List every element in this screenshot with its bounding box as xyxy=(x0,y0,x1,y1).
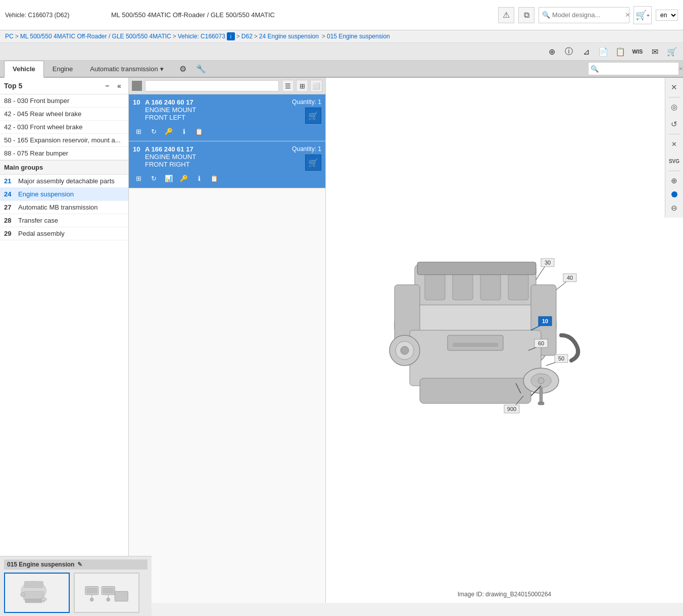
part1-pos: 10 xyxy=(133,98,145,106)
rt-zoom-in-btn[interactable]: ⊕ xyxy=(667,173,682,188)
clear-search-icon[interactable]: ✕ xyxy=(625,11,630,19)
part2-doc-icon[interactable]: 📋 xyxy=(209,173,220,184)
nav-search-box[interactable]: 🔍 ✕ xyxy=(588,62,679,75)
rt-close-btn[interactable]: ✕ xyxy=(667,80,682,95)
breadcrumb-engine-suspension[interactable]: 24 Engine suspension xyxy=(259,33,319,40)
part1-add-to-cart[interactable]: 🛒 xyxy=(305,108,321,124)
rt-cross-btn[interactable]: ✕ xyxy=(667,136,682,151)
rt-zoom-out-btn[interactable]: ⊖ xyxy=(667,200,682,216)
label-30: 30 xyxy=(544,260,550,266)
top5-item-3[interactable]: 42 - 030 Front wheel brake xyxy=(0,121,128,134)
svg-point-13 xyxy=(401,346,409,354)
top-search-input[interactable] xyxy=(552,11,623,19)
top-bar: Vehicle: C166073 (D62) ML 500/550 4MATIC… xyxy=(0,0,683,30)
bottom-panel: 015 Engine suspension ✎ xyxy=(0,556,152,616)
nav-icon-settings[interactable]: ⚙ xyxy=(175,61,190,76)
label-60: 60 xyxy=(538,340,544,346)
part2-add-to-cart[interactable]: 🛒 xyxy=(305,155,321,171)
part1-actions: ⊞ ↻ 🔑 ℹ 📋 xyxy=(133,126,321,137)
nav-icon-tool[interactable]: 🔧 xyxy=(193,61,209,76)
zoom-in-icon[interactable]: ⊕ xyxy=(545,44,559,59)
group-item-27[interactable]: 27 Automatic MB transmission xyxy=(0,201,128,214)
filter-icon[interactable]: ⊿ xyxy=(579,44,593,59)
collapse-icon-double[interactable]: « xyxy=(114,81,124,91)
right-panel: ✕ ◎ ↺ ✕ SVG ⊕ ⊖ xyxy=(326,78,683,603)
image-panel: 30 40 10 50 60 xyxy=(326,78,683,603)
part2-pos: 10 xyxy=(133,145,145,153)
thumb-edit-icon[interactable]: ✎ xyxy=(77,561,82,568)
parts-list: 10 A 166 240 60 17 ENGINE MOUNT FRONT LE… xyxy=(129,94,325,603)
top5-item-2[interactable]: 42 - 045 Rear wheel brake xyxy=(0,108,128,121)
nav-search-input[interactable] xyxy=(601,65,676,72)
part1-info-icon[interactable]: ℹ xyxy=(178,126,189,137)
top-search-box[interactable]: 🔍 ✕ xyxy=(539,7,629,23)
breadcrumb-model[interactable]: ML 500/550 4MATIC Off-Roader / GLE 500/5… xyxy=(20,33,171,40)
wis-icon[interactable]: WIS xyxy=(630,44,645,59)
grid-view-icon[interactable]: ⊞ xyxy=(296,80,308,92)
part1-table-icon[interactable]: ⊞ xyxy=(133,126,144,137)
cart-button[interactable]: 🛒+ xyxy=(633,6,652,24)
breadcrumb-015-engine[interactable]: 015 Engine suspension xyxy=(327,33,390,40)
part2-table-icon[interactable]: ⊞ xyxy=(133,173,144,184)
vehicle-info-icon[interactable]: i xyxy=(227,32,235,40)
thumbnail-2[interactable] xyxy=(74,573,139,613)
tab-automatic-transmission[interactable]: Automatic transmission ▾ xyxy=(81,61,172,77)
language-select[interactable]: en xyxy=(656,10,678,21)
part2-refresh-icon[interactable]: ↻ xyxy=(148,173,159,184)
part2-number: A 166 240 61 17 xyxy=(145,145,292,153)
nav-tabs: Vehicle Engine Automatic transmission ▾ … xyxy=(0,61,683,78)
breadcrumb-pc[interactable]: PC xyxy=(5,33,14,40)
doc1-icon[interactable]: 📄 xyxy=(596,44,610,59)
doc2-icon[interactable]: 📋 xyxy=(613,44,627,59)
part1-refresh-icon[interactable]: ↻ xyxy=(148,126,159,137)
thumbnail-1[interactable] xyxy=(4,573,70,613)
part2-chart-icon[interactable]: 📊 xyxy=(163,173,174,184)
svg-rect-29 xyxy=(540,388,543,403)
cart-toolbar-icon[interactable]: 🛒 xyxy=(665,44,679,59)
rt-circle-btn[interactable]: ◎ xyxy=(667,99,682,115)
svg-point-37 xyxy=(21,592,25,596)
search-icon-top: 🔍 xyxy=(542,11,550,19)
part2-info-icon[interactable]: ℹ xyxy=(193,173,205,184)
part1-doc-icon[interactable]: 📋 xyxy=(193,126,205,137)
thumb-section-label: 015 Engine suspension ✎ xyxy=(4,559,148,570)
part1-key-icon[interactable]: 🔑 xyxy=(163,126,174,137)
rt-rotate-btn[interactable]: ↺ xyxy=(667,117,682,132)
rt-blue-indicator[interactable] xyxy=(671,191,677,197)
group-item-28[interactable]: 28 Transfer case xyxy=(0,214,128,227)
top5-item-4[interactable]: 50 - 165 Expansion reservoir, mount a... xyxy=(0,134,128,147)
top5-item-5[interactable]: 88 - 075 Rear bumper xyxy=(0,147,128,160)
main-content: Top 5 − « 88 - 030 Front bumper 42 - 045… xyxy=(0,78,683,603)
list-view-icon[interactable]: ☰ xyxy=(282,80,294,92)
svg-point-46 xyxy=(107,598,110,601)
list-toggle[interactable] xyxy=(132,81,142,91)
group-item-24[interactable]: 24 Engine suspension xyxy=(0,188,128,201)
tab-vehicle[interactable]: Vehicle xyxy=(4,61,44,78)
part2-key-icon[interactable]: 🔑 xyxy=(178,173,189,184)
mail-icon[interactable]: ✉ xyxy=(648,44,662,59)
top5-item-1[interactable]: 88 - 030 Front bumper xyxy=(0,94,128,108)
svg-rect-43 xyxy=(104,588,114,593)
rt-svg-btn[interactable]: SVG xyxy=(667,153,682,169)
breadcrumb-d62[interactable]: D62 xyxy=(241,33,253,40)
part-search-input[interactable] xyxy=(145,80,279,91)
label-900: 900 xyxy=(507,406,516,412)
copy-icon[interactable]: ⧉ xyxy=(518,7,534,23)
group-item-21[interactable]: 21 Major assembly detachable parts xyxy=(0,175,128,188)
expand-view-icon[interactable]: ⬜ xyxy=(310,80,322,92)
part1-qty: Quantity: 1 🛒 xyxy=(292,98,321,124)
collapse-icon-minus[interactable]: − xyxy=(102,81,112,91)
warning-icon[interactable]: ⚠ xyxy=(498,7,514,23)
top5-label: Top 5 xyxy=(4,82,22,90)
nav-clear-icon[interactable]: ✕ xyxy=(678,66,683,72)
part2-details: A 166 240 61 17 ENGINE MOUNT FRONT RIGHT xyxy=(145,145,292,168)
tab-engine[interactable]: Engine xyxy=(44,61,81,77)
thumb2-svg xyxy=(81,577,132,609)
group-item-29[interactable]: 29 Pedal assembly xyxy=(0,227,128,240)
breadcrumb-vehicle[interactable]: Vehicle: C166073 xyxy=(178,33,225,40)
part-row-1: 10 A 166 240 60 17 ENGINE MOUNT FRONT LE… xyxy=(129,94,325,141)
image-id-label: Image ID: drawing_B24015000264 xyxy=(458,591,551,598)
sidebar: Top 5 − « 88 - 030 Front bumper 42 - 045… xyxy=(0,78,129,603)
info-icon[interactable]: ⓘ xyxy=(562,44,576,59)
thumb1-svg xyxy=(12,577,62,609)
